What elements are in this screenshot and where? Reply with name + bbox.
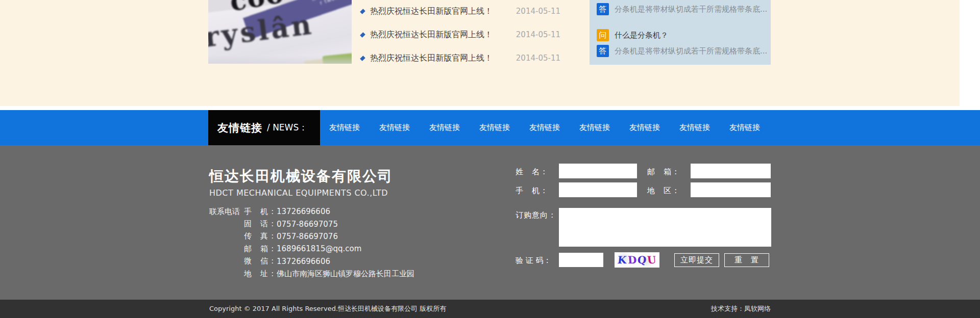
diamond-bullet-icon: [360, 32, 365, 38]
friendly-link[interactable]: 友情链接: [729, 123, 760, 132]
friendly-links-nav: 友情链接 友情链接 友情链接 友情链接 友情链接 友情链接 友情链接 友情链接 …: [329, 110, 779, 145]
question-badge-icon: 问: [597, 29, 609, 41]
page: coo n voor windparken r tweespalt p.13 r…: [0, 0, 980, 318]
captcha-label: 验 证 码：: [516, 256, 551, 266]
news-section: coo n voor windparken r tweespalt p.13 r…: [0, 0, 980, 106]
order-intent-label: 订购意向：: [516, 210, 556, 220]
faq-question-row[interactable]: 问 什么是分条机？: [597, 29, 767, 41]
friendly-link[interactable]: 友情链接: [479, 123, 510, 132]
captcha-image[interactable]: K D Q U: [615, 252, 659, 268]
company-name-en: HDCT MECHANICAL EQUIPMENTS CO.,LTD: [209, 188, 388, 198]
news-title[interactable]: 热烈庆祝恒达长田新版官网上线！: [370, 53, 493, 64]
reset-button[interactable]: 重 置: [724, 253, 769, 267]
links-subtitle: / NEWS：: [267, 122, 307, 134]
news-date: 2014-05-11: [516, 7, 560, 16]
contact-heading: 联系电话: [209, 207, 244, 217]
news-list: 热烈庆祝恒达长田新版官网上线！ 2014-05-11 热烈庆祝恒达长田新版官网上…: [361, 0, 560, 75]
news-thumbnail-image[interactable]: coo n voor windparken r tweespalt p.13 r…: [208, 0, 352, 64]
footer: 恒达长田机械设备有限公司 HDCT MECHANICAL EQUIPMENTS …: [0, 145, 980, 300]
captcha-field[interactable]: [559, 253, 603, 267]
faq-answer-text: 分条机是将带材纵切成若干所需规格带条底......: [615, 5, 767, 14]
faq-answer-row: 答 分条机是将带材纵切成若干所需规格带条底......: [597, 3, 767, 15]
contact-row-fax: 传 真： 0757-86697076: [209, 230, 414, 243]
order-intent-field[interactable]: [559, 208, 771, 247]
friendly-link[interactable]: 友情链接: [379, 123, 410, 132]
phone-field[interactable]: [559, 182, 637, 197]
news-date: 2014-05-11: [516, 54, 560, 63]
contact-row-wechat: 微 信： 13726696606: [209, 255, 414, 268]
name-field[interactable]: [559, 164, 637, 178]
contact-row-address: 地 址： 佛山市南海区狮山镇罗穆公路长田工业园: [209, 268, 414, 280]
company-name-cn: 恒达长田机械设备有限公司: [209, 167, 393, 186]
friendly-link[interactable]: 友情链接: [679, 123, 710, 132]
region-label: 地 区：: [647, 186, 680, 196]
copyright-text: Copyright © 2017 All Rights Reserved.恒达长…: [209, 304, 446, 313]
contact-info-block: 联系电话 手 机： 13726696606 固 话： 0757-86697075…: [209, 205, 414, 280]
region-field[interactable]: [691, 182, 771, 197]
friendly-link[interactable]: 友情链接: [629, 123, 660, 132]
friendly-link[interactable]: 友情链接: [529, 123, 560, 132]
friendly-link[interactable]: 友情链接: [329, 123, 360, 132]
faq-answer-row: 答 分条机是将带材纵切成若干所需规格带条底......: [597, 45, 767, 57]
news-list-item[interactable]: 热烈庆祝恒达长田新版官网上线！ 2014-05-11: [361, 51, 560, 65]
email-label: 邮 箱：: [647, 167, 680, 177]
news-list-item[interactable]: 热烈庆祝恒达长田新版官网上线！ 2014-05-11: [361, 28, 560, 41]
faq-widget: 答 分条机是将带材纵切成若干所需规格带条底...... 问 什么是分条机？ 答 …: [590, 0, 771, 65]
answer-badge-icon: 答: [597, 3, 609, 15]
news-title[interactable]: 热烈庆祝恒达长田新版官网上线！: [370, 6, 493, 17]
friendly-link[interactable]: 友情链接: [579, 123, 610, 132]
newspaper-fold-shadow: [208, 56, 352, 64]
contact-row-email: 邮 箱： 1689661815@qq.com: [209, 243, 414, 255]
news-date: 2014-05-11: [516, 30, 560, 39]
links-title-box: 友情链接 / NEWS：: [208, 110, 320, 145]
diamond-bullet-icon: [360, 9, 365, 14]
phone-label: 手 机：: [516, 186, 548, 196]
news-list-item[interactable]: 热烈庆祝恒达长田新版官网上线！ 2014-05-11: [361, 5, 560, 18]
friendly-links-bar: 友情链接 / NEWS： 友情链接 友情链接 友情链接 友情链接 友情链接 友情…: [0, 110, 980, 145]
tech-support-link[interactable]: 技术支持：凤软网络: [711, 304, 771, 313]
contact-row-landline: 固 话： 0757-86697075: [209, 218, 414, 230]
links-title: 友情链接: [217, 121, 262, 135]
faq-question-text[interactable]: 什么是分条机？: [615, 31, 668, 40]
answer-badge-icon: 答: [597, 45, 609, 57]
contact-row-mobile: 联系电话 手 机： 13726696606: [209, 205, 414, 218]
name-label: 姓 名：: [516, 167, 548, 177]
copyright-bar: Copyright © 2017 All Rights Reserved.恒达长…: [0, 300, 980, 318]
friendly-link[interactable]: 友情链接: [429, 123, 460, 132]
faq-answer-text: 分条机是将带材纵切成若干所需规格带条底......: [615, 46, 767, 56]
news-title[interactable]: 热烈庆祝恒达长田新版官网上线！: [370, 30, 493, 40]
diamond-bullet-icon: [360, 56, 365, 61]
newspaper-photo: coo n voor windparken r tweespalt p.13 r…: [208, 0, 352, 64]
submit-button[interactable]: 立即提交: [674, 253, 719, 267]
email-field[interactable]: [691, 164, 771, 178]
